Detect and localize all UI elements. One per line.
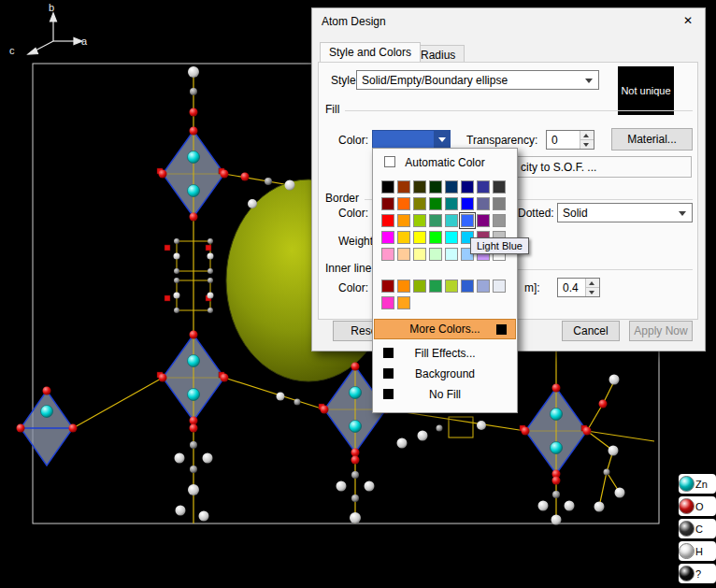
color-swatch[interactable] <box>429 231 442 244</box>
inner-line-weight-label: m]: <box>524 281 540 294</box>
automatic-color-item[interactable]: Automatic Color <box>374 152 516 173</box>
atom-sphere-icon <box>679 476 695 492</box>
color-swatch[interactable] <box>413 231 426 244</box>
color-swatch[interactable] <box>461 214 474 227</box>
color-swatch[interactable] <box>445 180 458 194</box>
color-swatch[interactable] <box>477 214 490 227</box>
transparency-label: Transparency: <box>466 134 537 147</box>
color-swatch[interactable] <box>445 197 458 210</box>
color-tooltip: Light Blue <box>470 237 529 254</box>
no-fill-item[interactable]: No Fill <box>374 384 516 405</box>
dialog-title: Atom Design <box>322 15 386 28</box>
color-swatch[interactable] <box>445 280 458 293</box>
color-swatch[interactable] <box>445 231 458 244</box>
fill-color-select[interactable] <box>372 130 451 150</box>
color-swatch[interactable] <box>381 214 394 227</box>
checkbox-icon <box>384 156 395 167</box>
legend-item: O <box>679 496 716 516</box>
spinner-down-icon[interactable] <box>580 139 594 149</box>
fill-group-label: Fill <box>325 103 339 116</box>
sof-checkbox-label: city to S.O.F. ... <box>521 161 596 174</box>
spinner-up-icon[interactable] <box>586 279 599 287</box>
color-swatch[interactable] <box>493 197 506 210</box>
legend: ZnOCH? <box>679 474 716 583</box>
fill-effects-item[interactable]: Fill Effects... <box>374 343 516 364</box>
transparency-spinner[interactable]: 0 <box>546 130 594 150</box>
legend-label: ? <box>695 568 701 580</box>
color-swatch[interactable] <box>461 197 474 210</box>
color-swatch[interactable] <box>413 214 426 227</box>
color-swatch[interactable] <box>429 180 442 194</box>
fill-color-label: Color: <box>338 134 368 147</box>
color-swatch[interactable] <box>397 296 410 309</box>
legend-item: ? <box>679 564 716 583</box>
atom-sphere-icon <box>679 566 695 581</box>
color-swatch[interactable] <box>477 280 490 293</box>
color-swatch[interactable] <box>381 180 394 194</box>
close-icon[interactable]: ✕ <box>673 10 703 31</box>
inner-line-weight-spinner[interactable]: 0.4 <box>557 278 600 297</box>
chevron-down-icon <box>679 211 686 216</box>
color-swatch[interactable] <box>477 197 490 210</box>
color-swatch[interactable] <box>397 231 410 244</box>
material-button[interactable]: Material... <box>611 128 693 151</box>
no-fill-label: No Fill <box>429 388 461 401</box>
color-swatch[interactable] <box>493 180 506 194</box>
legend-item: H <box>679 541 716 561</box>
color-swatch[interactable] <box>397 280 410 293</box>
custom-color-grid <box>381 280 506 309</box>
spinner-up-icon[interactable] <box>580 131 594 139</box>
color-swatch[interactable] <box>397 214 410 227</box>
color-swatch[interactable] <box>381 280 394 293</box>
color-swatch[interactable] <box>493 280 506 293</box>
tab-style-and-colors[interactable]: Style and Colors <box>320 42 421 62</box>
color-swatch[interactable] <box>413 248 426 261</box>
apply-now-button[interactable]: Apply Now <box>629 321 693 341</box>
color-swatch[interactable] <box>461 180 474 194</box>
color-swatch[interactable] <box>445 214 458 227</box>
spinner-down-icon[interactable] <box>586 287 599 296</box>
color-swatch[interactable] <box>381 197 394 210</box>
dotted-select-value: Solid <box>563 207 588 220</box>
border-weight-label: Weight <box>338 235 373 248</box>
color-swatch[interactable] <box>429 214 442 227</box>
axis-b-label: b <box>49 2 54 13</box>
legend-label: C <box>695 523 703 535</box>
color-swatch[interactable] <box>413 180 426 194</box>
color-swatch[interactable] <box>429 197 442 210</box>
style-select[interactable]: Solid/Empty/Boundary ellipse <box>356 70 599 90</box>
dotted-select[interactable]: Solid <box>557 203 693 222</box>
color-swatch[interactable] <box>429 248 442 261</box>
color-swatch[interactable] <box>477 180 490 194</box>
current-color-icon <box>496 324 507 335</box>
color-swatch[interactable] <box>493 214 506 227</box>
color-swatch[interactable] <box>381 231 394 244</box>
background-icon <box>383 368 394 379</box>
color-swatch[interactable] <box>397 197 410 210</box>
color-swatch[interactable] <box>381 296 394 309</box>
inner-line-group-label: Inner line <box>325 262 371 275</box>
color-swatch[interactable] <box>397 248 410 261</box>
style-label: Style: <box>331 74 359 87</box>
more-colors-item[interactable]: More Colors... <box>374 319 516 339</box>
fill-effects-label: Fill Effects... <box>414 347 475 360</box>
background-label: Background <box>415 367 475 380</box>
transparency-value: 0 <box>547 131 580 149</box>
color-swatch[interactable] <box>381 248 394 261</box>
border-color-label: Color: <box>338 207 368 220</box>
color-swatch[interactable] <box>413 280 426 293</box>
color-swatch[interactable] <box>413 197 426 210</box>
more-colors-label: More Colors... <box>409 323 480 336</box>
color-swatch[interactable] <box>429 280 442 293</box>
color-swatch[interactable] <box>461 280 474 293</box>
fill-effects-icon <box>383 348 394 358</box>
legend-item: C <box>679 519 716 538</box>
color-swatch[interactable] <box>445 248 458 261</box>
axis-c-label: c <box>9 45 15 56</box>
cancel-button[interactable]: Cancel <box>562 321 620 341</box>
color-swatch[interactable] <box>397 180 410 194</box>
inner-line-color-label: Color: <box>338 281 368 294</box>
background-item[interactable]: Background <box>374 364 516 384</box>
legend-item: Zn <box>679 474 716 494</box>
legend-label: H <box>695 546 703 557</box>
